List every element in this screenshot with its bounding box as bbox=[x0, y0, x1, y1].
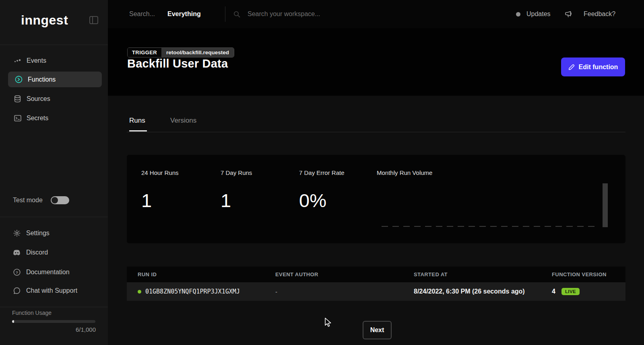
stat-value: 1 bbox=[141, 189, 152, 212]
search-scope-everything[interactable]: Everything bbox=[167, 0, 201, 28]
stat-label: 7 Day Runs bbox=[221, 169, 252, 176]
inngest-logo: inngest bbox=[21, 13, 68, 28]
divider bbox=[0, 217, 108, 217]
sidebar-item-settings[interactable]: Settings bbox=[0, 226, 108, 240]
sidebar-item-sources[interactable]: Sources bbox=[0, 91, 108, 107]
function-header: TRIGGER retool/backfill.requested Backfi… bbox=[108, 28, 644, 96]
sidebar-item-events[interactable]: Events bbox=[0, 53, 108, 69]
run-status-dot bbox=[138, 290, 141, 294]
tab-runs[interactable]: Runs bbox=[129, 117, 145, 125]
updates-button[interactable]: Updates bbox=[526, 0, 551, 28]
chat-bubble-icon bbox=[13, 287, 21, 295]
divider bbox=[127, 132, 625, 132]
tab-versions[interactable]: Versions bbox=[170, 117, 196, 125]
column-header-function-version: FUNCTION VERSION bbox=[552, 267, 607, 282]
table-header-row: RUN ID EVENT AUTHOR STARTED AT FUNCTION … bbox=[127, 267, 625, 282]
stat-7-day-runs: 7 Day Runs 1 bbox=[221, 169, 252, 176]
updates-dot-icon bbox=[516, 12, 520, 16]
function-usage-value: 6/1,000 bbox=[12, 326, 96, 333]
stat-24-hour-runs: 24 Hour Runs 1 bbox=[141, 169, 179, 176]
megaphone-icon bbox=[565, 0, 574, 28]
version-number: 4 bbox=[552, 288, 555, 295]
pencil-icon bbox=[568, 64, 575, 70]
events-icon bbox=[14, 57, 21, 65]
sidebar-item-label: Discord bbox=[26, 249, 48, 256]
search-button[interactable]: Search... bbox=[129, 0, 155, 28]
sidebar-item-label: Sources bbox=[27, 95, 50, 103]
stat-value: 1 bbox=[221, 189, 231, 212]
trigger-badge-label: TRIGGER bbox=[128, 48, 161, 57]
trigger-event-name[interactable]: retool/backfill.requested bbox=[161, 48, 234, 57]
table-row[interactable]: 01GB8ZN05YNQFQ1PRP3JX1GXMJ - 8/24/2022, … bbox=[127, 282, 625, 301]
svg-text:?: ? bbox=[16, 270, 18, 275]
active-tab-underline bbox=[129, 130, 147, 131]
sidebar-item-label: Documentation bbox=[26, 269, 70, 276]
started-at-cell: 8/24/2022, 6:30 PM (26 seconds ago) bbox=[414, 282, 525, 301]
chart-baseline-dashed bbox=[382, 226, 599, 227]
workspace-search-input[interactable]: Search your workspace... bbox=[248, 0, 320, 28]
app-window: inngest Events Functions Sources bbox=[0, 0, 644, 345]
function-usage: Function Usage 6/1,000 bbox=[12, 310, 96, 333]
topbar: Search... Everything Search your workspa… bbox=[108, 0, 644, 28]
chart-bar bbox=[603, 183, 608, 227]
search-icon bbox=[233, 0, 240, 28]
gear-icon bbox=[13, 230, 21, 237]
sources-icon bbox=[14, 95, 21, 103]
test-mode-toggle[interactable] bbox=[51, 196, 69, 204]
secrets-icon bbox=[14, 115, 21, 122]
page-title: Backfill User Data bbox=[127, 57, 228, 70]
sidebar-item-documentation[interactable]: ? Documentation bbox=[0, 265, 108, 279]
sidebar-item-discord[interactable]: Discord bbox=[0, 246, 108, 259]
sidebar-item-label: Chat with Support bbox=[26, 287, 77, 294]
event-author-cell: - bbox=[275, 282, 277, 301]
divider bbox=[0, 307, 108, 307]
chart-title: Monthly Run Volume bbox=[377, 169, 616, 176]
stat-label: 7 Day Error Rate bbox=[299, 169, 345, 176]
functions-icon bbox=[15, 76, 23, 83]
stat-7-day-error-rate: 7 Day Error Rate 0% bbox=[299, 169, 345, 176]
sidebar-item-label: Events bbox=[27, 57, 46, 64]
runs-table: RUN ID EVENT AUTHOR STARTED AT FUNCTION … bbox=[127, 267, 625, 301]
live-badge: LIVE bbox=[561, 288, 580, 295]
toggle-knob bbox=[52, 197, 58, 203]
sidebar-item-secrets[interactable]: Secrets bbox=[0, 110, 108, 126]
sidebar-logo-row: inngest bbox=[0, 11, 108, 32]
sidebar-item-label: Secrets bbox=[27, 115, 48, 122]
feedback-button[interactable]: Feedback? bbox=[584, 0, 615, 28]
divider bbox=[0, 45, 108, 45]
stat-value: 0% bbox=[299, 189, 326, 212]
function-usage-progress-fill bbox=[12, 320, 14, 323]
sidebar-item-label: Functions bbox=[28, 76, 56, 83]
function-usage-progressbar bbox=[12, 320, 95, 323]
sidebar-item-label: Settings bbox=[26, 230, 50, 237]
function-version-cell: 4 LIVE bbox=[552, 282, 580, 301]
column-header-event-author: EVENT AUTHOR bbox=[275, 267, 318, 282]
test-mode-label: Test mode bbox=[13, 197, 43, 204]
divider bbox=[225, 6, 225, 22]
monthly-run-volume-chart: Monthly Run Volume bbox=[377, 169, 616, 235]
run-id-cell[interactable]: 01GB8ZN05YNQFQ1PRP3JX1GXMJ bbox=[145, 282, 240, 301]
question-circle-icon: ? bbox=[13, 269, 21, 276]
column-header-started-at: STARTED AT bbox=[414, 267, 448, 282]
discord-icon bbox=[13, 249, 21, 257]
column-header-run-id: RUN ID bbox=[138, 267, 157, 282]
sidebar-item-functions[interactable]: Functions bbox=[8, 72, 102, 87]
stats-card: 24 Hour Runs 1 7 Day Runs 1 7 Day Error … bbox=[127, 155, 625, 243]
function-usage-label: Function Usage bbox=[12, 310, 96, 316]
edit-function-button[interactable]: Edit function bbox=[561, 58, 625, 76]
stat-label: 24 Hour Runs bbox=[141, 169, 179, 176]
edit-function-label: Edit function bbox=[579, 64, 618, 71]
sidebar-collapse-icon[interactable] bbox=[89, 16, 98, 24]
main-content: Runs Versions 24 Hour Runs 1 7 Day Runs … bbox=[108, 96, 644, 345]
sidebar-item-chat-support[interactable]: Chat with Support bbox=[0, 284, 108, 298]
test-mode-row: Test mode bbox=[13, 195, 97, 205]
sidebar: inngest Events Functions Sources bbox=[0, 0, 108, 345]
trigger-badge: TRIGGER retool/backfill.requested bbox=[127, 47, 234, 58]
next-page-button[interactable]: Next bbox=[363, 321, 392, 339]
